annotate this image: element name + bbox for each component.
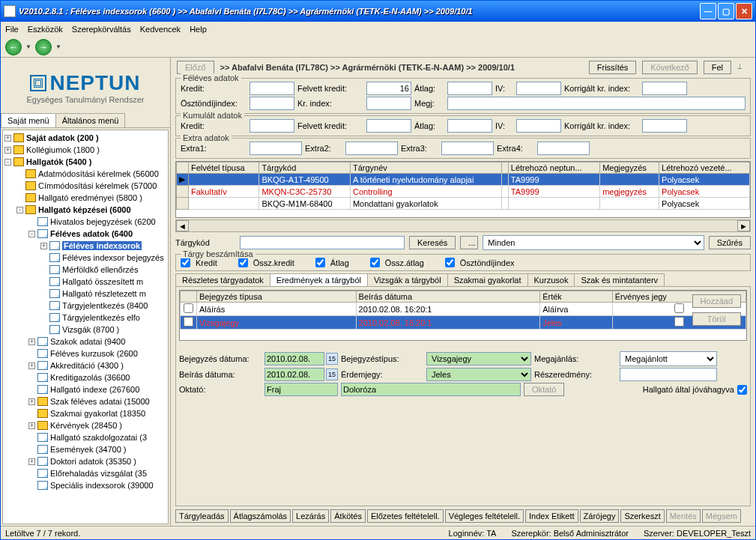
search-button[interactable]: Keresés xyxy=(409,236,456,249)
tree-expand-icon[interactable]: + xyxy=(28,362,35,369)
tree-node[interactable]: -Hallgató képzései (6000 xyxy=(4,204,166,216)
col-header[interactable] xyxy=(177,163,189,174)
tree-node[interactable]: +Doktori adatok (35350 ) xyxy=(4,455,166,467)
tree-label[interactable]: Kollégiumok (1800 ) xyxy=(26,145,100,154)
tree-node[interactable]: Speciális indexsorok (39000 xyxy=(4,479,166,491)
tree-label[interactable]: Hallgató szakdolgozatai (3 xyxy=(50,433,147,442)
action-button[interactable]: Zárójegy xyxy=(580,509,620,523)
col-header[interactable]: Létrehozó vezeté... xyxy=(659,163,750,174)
inp-iv[interactable] xyxy=(516,82,561,95)
tree-label[interactable]: Féléves adatok (6400 xyxy=(50,229,133,238)
inp-krindex[interactable] xyxy=(366,97,411,110)
col-header[interactable] xyxy=(181,291,197,303)
delete-button[interactable]: Töröl xyxy=(692,312,741,326)
chk-kredit[interactable] xyxy=(181,258,190,267)
tree-node[interactable]: +Kollégiumok (1800 ) xyxy=(4,144,166,156)
action-button[interactable]: Végleges feltételell. xyxy=(445,509,524,523)
tree-expand-icon[interactable]: + xyxy=(28,422,35,429)
inp-megj[interactable] xyxy=(447,97,746,110)
tree-label[interactable]: Hivatalos bejegyzések (6200 xyxy=(50,217,156,226)
sel-megaj[interactable]: Megajánlott xyxy=(620,351,717,366)
tree-node[interactable]: +Féléves indexsorok xyxy=(4,240,166,252)
tree-label[interactable]: Hallgatók (5400 ) xyxy=(26,157,91,166)
chk-jovahagy[interactable] xyxy=(737,385,747,395)
valid-grade-checkbox[interactable] xyxy=(674,317,684,327)
tree-label[interactable]: Kérvények (28450 ) xyxy=(50,421,122,430)
tree-node[interactable]: Hallgató összesített m xyxy=(4,276,166,288)
tree-node[interactable]: Tárgyjelentkezés (8400 xyxy=(4,300,166,312)
tree-label[interactable]: Adatmódosítási kérelmek (56000 xyxy=(38,169,159,178)
tree-label[interactable]: Kreditigazolás (36600 xyxy=(50,373,130,382)
tree-expand-icon[interactable]: - xyxy=(4,159,11,166)
tree-label[interactable]: Speciális indexsorok (39000 xyxy=(50,481,154,490)
inp-e1[interactable] xyxy=(250,142,302,155)
tree-label[interactable]: Saját adatok (200 ) xyxy=(26,133,99,142)
next-button[interactable]: Következő xyxy=(642,61,697,74)
tree-label[interactable]: Címmódosítási kérelmek (57000 xyxy=(38,181,157,190)
tree-node[interactable]: +Akkreditáció (4300 ) xyxy=(4,360,166,371)
chk-osszkredit[interactable] xyxy=(238,258,248,267)
tree[interactable]: +Saját adatok (200 )+Kollégiumok (1800 )… xyxy=(2,130,169,524)
subtab[interactable]: Eredmények a tárgyból xyxy=(270,273,368,286)
tree-label[interactable]: Hallgató eredményei (5800 ) xyxy=(38,193,142,202)
tree-label[interactable]: Szakok adatai (9400 xyxy=(50,337,125,346)
tree-expand-icon[interactable]: + xyxy=(28,398,35,405)
tree-expand-icon[interactable]: - xyxy=(28,231,35,237)
tree-expand-icon[interactable]: + xyxy=(28,339,35,345)
action-button[interactable]: Átlagszámolás xyxy=(230,509,291,523)
nav-forward-dropdown[interactable]: ▼ xyxy=(55,39,62,55)
tree-label[interactable]: Féléves indexsor bejegyzés xyxy=(62,253,164,262)
filter-select[interactable]: Minden xyxy=(483,235,704,250)
tree-node[interactable]: Hallgató indexe (267600 xyxy=(4,383,166,395)
inp-kredit[interactable] xyxy=(250,82,294,95)
col-header[interactable]: Felvétel típusa xyxy=(189,163,259,174)
tree-node[interactable]: +Saját adatok (200 ) xyxy=(4,132,166,144)
nav-back-button[interactable]: ← xyxy=(5,39,22,55)
action-button[interactable]: Mégsem xyxy=(702,509,741,523)
subtab[interactable]: Szak és mintatanterv xyxy=(574,273,665,286)
tree-expand-icon[interactable]: + xyxy=(40,243,47,249)
chk-atlag[interactable] xyxy=(315,258,325,267)
tree-label[interactable]: Féléves kurzusok (2600 xyxy=(50,349,138,358)
col-header[interactable]: Érték xyxy=(540,291,613,303)
tree-expand-icon[interactable]: - xyxy=(16,207,23,213)
subtab[interactable]: Részletes tárgyadatok xyxy=(175,273,270,286)
chk-osszatlag[interactable] xyxy=(370,258,380,267)
scroll-left[interactable]: ◄ xyxy=(176,220,189,231)
tree-node[interactable]: Mérföldkő ellenőrzés xyxy=(4,264,166,276)
tree-label[interactable]: Hallgató képzései (6000 xyxy=(38,205,131,214)
sub-grid[interactable]: Bejegyzés típusaBeírás dátumaÉrtékÉrvény… xyxy=(179,290,747,341)
prev-button[interactable]: Előző xyxy=(177,61,214,74)
inp-reszered[interactable] xyxy=(620,368,717,381)
tree-label[interactable]: Előrehaladás vizsgálat (35 xyxy=(50,469,147,478)
tree-label[interactable]: Mérföldkő ellenőrzés xyxy=(62,265,139,274)
inp-okt-last[interactable] xyxy=(341,383,521,396)
action-button[interactable]: Átkötés xyxy=(330,509,366,523)
inp-bejdat[interactable] xyxy=(264,352,324,365)
inp-katlag[interactable] xyxy=(447,119,492,133)
tree-label[interactable]: Féléves indexsorok xyxy=(62,241,142,250)
tree-node[interactable]: Címmódosítási kérelmek (57000 xyxy=(4,180,166,192)
inp-e2[interactable] xyxy=(345,142,398,155)
inp-felvett[interactable] xyxy=(366,82,411,95)
subtab[interactable]: Szakmai gyakorlat xyxy=(447,273,528,286)
cal-icon[interactable]: 15 xyxy=(326,353,338,365)
tree-expand-icon[interactable]: + xyxy=(28,458,35,465)
tree-node[interactable]: Féléves indexsor bejegyzés xyxy=(4,252,166,264)
inp-beirdat[interactable] xyxy=(264,368,324,381)
nav-back-dropdown[interactable]: ▼ xyxy=(25,39,32,55)
sel-erdjegy[interactable]: Jeles xyxy=(426,368,531,381)
action-button[interactable]: Index Etikett xyxy=(525,509,578,523)
tree-node[interactable]: Hallgató részletezett m xyxy=(4,288,166,300)
pin-icon[interactable]: ⟂ xyxy=(737,61,749,73)
scroll-track[interactable] xyxy=(189,220,737,231)
tree-node[interactable]: Hivatalos bejegyzések (6200 xyxy=(4,216,166,228)
cal-icon-2[interactable]: 15 xyxy=(326,368,338,380)
tree-expand-icon[interactable]: + xyxy=(4,135,11,142)
col-header[interactable] xyxy=(502,163,508,174)
inp-kfelvett[interactable] xyxy=(366,119,411,133)
inp-kkorr[interactable] xyxy=(642,119,687,133)
up-button[interactable]: Fel xyxy=(704,61,731,74)
col-header[interactable]: Bejegyzés típusa xyxy=(197,291,357,303)
sel-bejtip[interactable]: Vizsgajegy xyxy=(426,352,531,365)
